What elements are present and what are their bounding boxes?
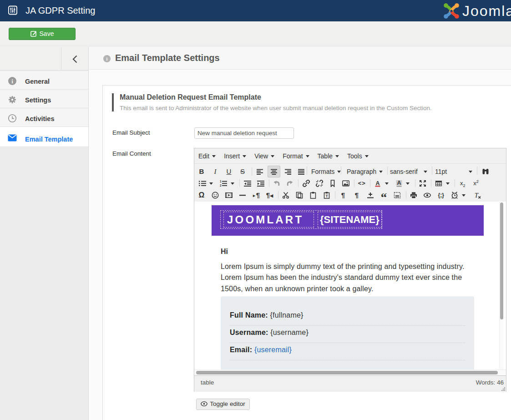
svg-text:2: 2 [220, 183, 222, 187]
svg-text:i: i [106, 56, 108, 61]
svg-text:T: T [475, 192, 479, 199]
svg-text:A: A [376, 180, 380, 186]
svg-text:T: T [325, 194, 328, 198]
svg-text:i: i [11, 78, 13, 85]
svg-text:1: 1 [220, 180, 222, 183]
svg-text:A: A [397, 180, 401, 186]
